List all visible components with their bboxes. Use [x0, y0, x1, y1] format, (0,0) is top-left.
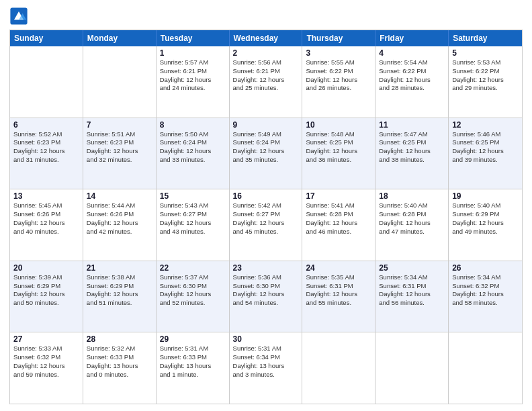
day-info: Sunrise: 5:32 AM Sunset: 6:33 PM Dayligh…	[87, 345, 152, 379]
day-cell-2: 2Sunrise: 5:56 AM Sunset: 6:21 PM Daylig…	[230, 46, 303, 118]
day-info: Sunrise: 5:31 AM Sunset: 6:34 PM Dayligh…	[233, 345, 299, 379]
col-header-saturday: Saturday	[449, 30, 522, 46]
empty-cell-4-4	[302, 332, 375, 404]
calendar-body: 1Sunrise: 5:57 AM Sunset: 6:21 PM Daylig…	[10, 46, 522, 404]
day-cell-15: 15Sunrise: 5:43 AM Sunset: 6:27 PM Dayli…	[157, 189, 230, 261]
empty-cell-4-6	[449, 332, 522, 404]
day-info: Sunrise: 5:42 AM Sunset: 6:27 PM Dayligh…	[233, 201, 299, 236]
day-number: 16	[233, 191, 299, 201]
day-number: 26	[452, 263, 519, 273]
day-info: Sunrise: 5:31 AM Sunset: 6:33 PM Dayligh…	[160, 345, 226, 379]
day-info: Sunrise: 5:51 AM Sunset: 6:23 PM Dayligh…	[87, 130, 152, 165]
day-cell-17: 17Sunrise: 5:41 AM Sunset: 6:28 PM Dayli…	[302, 189, 375, 261]
day-cell-7: 7Sunrise: 5:51 AM Sunset: 6:23 PM Daylig…	[83, 118, 157, 189]
day-cell-26: 26Sunrise: 5:34 AM Sunset: 6:32 PM Dayli…	[449, 261, 522, 332]
day-info: Sunrise: 5:48 AM Sunset: 6:25 PM Dayligh…	[306, 130, 371, 165]
day-cell-3: 3Sunrise: 5:55 AM Sunset: 6:22 PM Daylig…	[302, 46, 375, 118]
day-cell-5: 5Sunrise: 5:53 AM Sunset: 6:22 PM Daylig…	[449, 46, 522, 118]
day-cell-25: 25Sunrise: 5:34 AM Sunset: 6:31 PM Dayli…	[375, 261, 449, 332]
day-number: 3	[306, 48, 371, 58]
day-cell-10: 10Sunrise: 5:48 AM Sunset: 6:25 PM Dayli…	[302, 118, 375, 189]
day-cell-27: 27Sunrise: 5:33 AM Sunset: 6:32 PM Dayli…	[10, 332, 83, 404]
day-number: 23	[233, 263, 299, 273]
day-info: Sunrise: 5:45 AM Sunset: 6:26 PM Dayligh…	[13, 201, 79, 236]
day-info: Sunrise: 5:37 AM Sunset: 6:30 PM Dayligh…	[160, 273, 226, 308]
day-number: 21	[87, 263, 152, 273]
day-cell-9: 9Sunrise: 5:49 AM Sunset: 6:24 PM Daylig…	[230, 118, 303, 189]
day-number: 22	[160, 263, 226, 273]
day-info: Sunrise: 5:39 AM Sunset: 6:29 PM Dayligh…	[13, 273, 79, 308]
day-info: Sunrise: 5:40 AM Sunset: 6:29 PM Dayligh…	[452, 201, 519, 236]
logo-icon	[9, 7, 28, 26]
day-number: 1	[160, 48, 226, 58]
day-number: 11	[379, 120, 445, 130]
empty-cell-0-0	[10, 46, 83, 118]
day-number: 18	[379, 191, 445, 201]
day-info: Sunrise: 5:41 AM Sunset: 6:28 PM Dayligh…	[306, 201, 371, 236]
empty-cell-4-5	[375, 332, 449, 404]
day-info: Sunrise: 5:46 AM Sunset: 6:25 PM Dayligh…	[452, 130, 519, 165]
calendar-week-3: 13Sunrise: 5:45 AM Sunset: 6:26 PM Dayli…	[10, 189, 522, 261]
day-info: Sunrise: 5:57 AM Sunset: 6:21 PM Dayligh…	[160, 58, 226, 93]
day-cell-30: 30Sunrise: 5:31 AM Sunset: 6:34 PM Dayli…	[230, 332, 303, 404]
day-number: 7	[87, 120, 152, 130]
day-cell-28: 28Sunrise: 5:32 AM Sunset: 6:33 PM Dayli…	[83, 332, 157, 404]
day-cell-4: 4Sunrise: 5:54 AM Sunset: 6:22 PM Daylig…	[375, 46, 449, 118]
day-info: Sunrise: 5:56 AM Sunset: 6:21 PM Dayligh…	[233, 58, 299, 93]
day-cell-29: 29Sunrise: 5:31 AM Sunset: 6:33 PM Dayli…	[157, 332, 230, 404]
day-info: Sunrise: 5:50 AM Sunset: 6:24 PM Dayligh…	[160, 130, 226, 165]
day-number: 2	[233, 48, 299, 58]
day-cell-12: 12Sunrise: 5:46 AM Sunset: 6:25 PM Dayli…	[449, 118, 522, 189]
day-cell-11: 11Sunrise: 5:47 AM Sunset: 6:25 PM Dayli…	[375, 118, 449, 189]
day-cell-1: 1Sunrise: 5:57 AM Sunset: 6:21 PM Daylig…	[157, 46, 230, 118]
day-number: 15	[160, 191, 226, 201]
day-info: Sunrise: 5:38 AM Sunset: 6:29 PM Dayligh…	[87, 273, 152, 308]
day-number: 9	[233, 120, 299, 130]
col-header-sunday: Sunday	[10, 30, 83, 46]
day-cell-22: 22Sunrise: 5:37 AM Sunset: 6:30 PM Dayli…	[157, 261, 230, 332]
empty-cell-0-1	[83, 46, 157, 118]
day-cell-8: 8Sunrise: 5:50 AM Sunset: 6:24 PM Daylig…	[157, 118, 230, 189]
col-header-thursday: Thursday	[302, 30, 375, 46]
day-cell-24: 24Sunrise: 5:35 AM Sunset: 6:31 PM Dayli…	[302, 261, 375, 332]
day-info: Sunrise: 5:43 AM Sunset: 6:27 PM Dayligh…	[160, 201, 226, 236]
calendar-week-5: 27Sunrise: 5:33 AM Sunset: 6:32 PM Dayli…	[10, 332, 522, 404]
day-cell-21: 21Sunrise: 5:38 AM Sunset: 6:29 PM Dayli…	[83, 261, 157, 332]
day-number: 6	[13, 120, 79, 130]
calendar-week-2: 6Sunrise: 5:52 AM Sunset: 6:23 PM Daylig…	[10, 118, 522, 189]
day-number: 13	[13, 191, 79, 201]
day-number: 5	[452, 48, 519, 58]
calendar-week-1: 1Sunrise: 5:57 AM Sunset: 6:21 PM Daylig…	[10, 46, 522, 118]
day-cell-13: 13Sunrise: 5:45 AM Sunset: 6:26 PM Dayli…	[10, 189, 83, 261]
day-cell-6: 6Sunrise: 5:52 AM Sunset: 6:23 PM Daylig…	[10, 118, 83, 189]
day-number: 25	[379, 263, 445, 273]
day-cell-14: 14Sunrise: 5:44 AM Sunset: 6:26 PM Dayli…	[83, 189, 157, 261]
col-header-monday: Monday	[83, 30, 157, 46]
day-number: 28	[87, 334, 152, 344]
day-number: 24	[306, 263, 371, 273]
day-number: 27	[13, 334, 79, 344]
day-cell-16: 16Sunrise: 5:42 AM Sunset: 6:27 PM Dayli…	[230, 189, 303, 261]
day-info: Sunrise: 5:47 AM Sunset: 6:25 PM Dayligh…	[379, 130, 445, 165]
calendar-week-4: 20Sunrise: 5:39 AM Sunset: 6:29 PM Dayli…	[10, 261, 522, 332]
col-header-wednesday: Wednesday	[230, 30, 303, 46]
day-number: 10	[306, 120, 371, 130]
calendar-header-row: SundayMondayTuesdayWednesdayThursdayFrid…	[10, 30, 522, 46]
logo	[9, 7, 31, 26]
day-number: 4	[379, 48, 445, 58]
day-number: 14	[87, 191, 152, 201]
day-info: Sunrise: 5:44 AM Sunset: 6:26 PM Dayligh…	[87, 201, 152, 236]
day-cell-20: 20Sunrise: 5:39 AM Sunset: 6:29 PM Dayli…	[10, 261, 83, 332]
day-number: 30	[233, 334, 299, 344]
col-header-tuesday: Tuesday	[157, 30, 230, 46]
day-info: Sunrise: 5:33 AM Sunset: 6:32 PM Dayligh…	[13, 345, 79, 379]
day-number: 12	[452, 120, 519, 130]
day-cell-19: 19Sunrise: 5:40 AM Sunset: 6:29 PM Dayli…	[449, 189, 522, 261]
day-cell-23: 23Sunrise: 5:36 AM Sunset: 6:30 PM Dayli…	[230, 261, 303, 332]
day-info: Sunrise: 5:34 AM Sunset: 6:32 PM Dayligh…	[452, 273, 519, 308]
day-number: 8	[160, 120, 226, 130]
day-number: 20	[13, 263, 79, 273]
day-number: 29	[160, 334, 226, 344]
day-info: Sunrise: 5:52 AM Sunset: 6:23 PM Dayligh…	[13, 130, 79, 165]
calendar: SundayMondayTuesdayWednesdayThursdayFrid…	[9, 30, 523, 404]
